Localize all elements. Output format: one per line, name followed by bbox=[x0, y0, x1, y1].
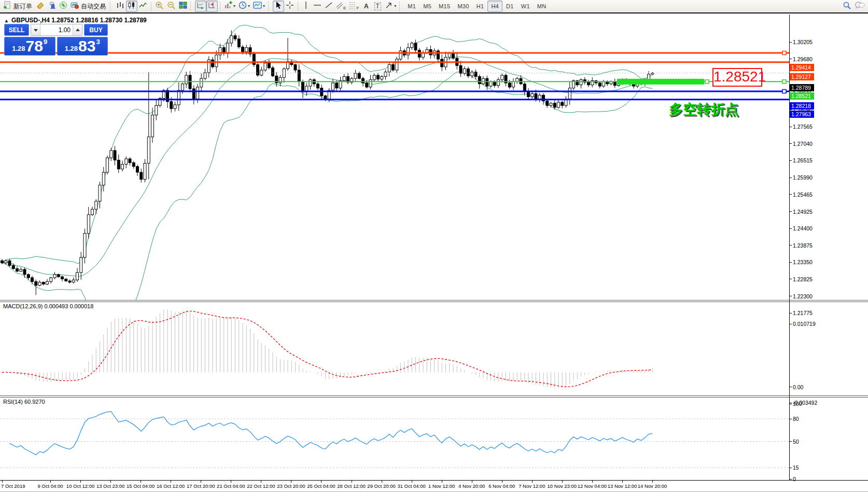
channel-sub-label: E bbox=[343, 6, 346, 10]
trendline-icon bbox=[325, 1, 333, 11]
macd-panel-surface[interactable] bbox=[0, 302, 789, 395]
price-tick-mark bbox=[789, 194, 792, 195]
chart-window: ▲GBPUSD-,H4 1.28752 1.28816 1.28730 1.28… bbox=[0, 15, 868, 492]
bollinger-bands bbox=[2, 25, 652, 300]
buy-button[interactable]: BUY bbox=[84, 24, 108, 36]
line-handle[interactable] bbox=[705, 80, 709, 84]
price-tag: 1.28789 bbox=[790, 84, 814, 91]
timeframe-w1-button[interactable]: W1 bbox=[517, 1, 534, 12]
timeframe-m15-button[interactable]: M15 bbox=[435, 1, 454, 12]
fibonacci-button[interactable]: F bbox=[347, 1, 360, 12]
line-chart-button[interactable] bbox=[137, 1, 149, 12]
chinese-annotation-text[interactable]: 多空转折点 bbox=[669, 100, 739, 119]
cursor-button[interactable] bbox=[273, 1, 284, 12]
time-axis-label: 14 Nov 20:00 bbox=[638, 483, 667, 489]
rsi-tick-mark bbox=[789, 419, 792, 419]
channel-icon bbox=[336, 1, 343, 11]
volume-increase-button[interactable] bbox=[73, 24, 82, 35]
horizontal-line-button[interactable] bbox=[312, 1, 323, 12]
price-tick-label: 1.26515 bbox=[793, 157, 813, 163]
price-tag: 1.29414 bbox=[790, 64, 814, 71]
chart-title-text: GBPUSD-,H4 1.28752 1.28816 1.28730 1.287… bbox=[11, 17, 147, 24]
chart-shift-button[interactable] bbox=[206, 1, 218, 12]
price-annotation-box[interactable]: 1.28521 bbox=[712, 68, 762, 87]
time-tick-mark bbox=[321, 481, 321, 483]
time-tick-mark bbox=[291, 481, 291, 483]
profiles-button[interactable] bbox=[46, 1, 58, 12]
auto-scroll-button[interactable] bbox=[195, 1, 206, 12]
timeframe-m30-button[interactable]: M30 bbox=[454, 1, 472, 12]
signals-button[interactable] bbox=[58, 1, 69, 12]
toolbar-separator bbox=[220, 2, 220, 11]
new-order-button[interactable]: 新订单 bbox=[2, 1, 35, 12]
arrows-button[interactable]: ▾ bbox=[383, 1, 398, 12]
time-axis-label: 29 Oct 20:00 bbox=[367, 483, 395, 489]
collapse-arrow-icon[interactable]: ▲ bbox=[4, 18, 9, 23]
search-icon bbox=[843, 1, 851, 12]
macd-tick-label: 0.010719 bbox=[793, 321, 816, 327]
rsi-tick-label: 80 bbox=[793, 416, 799, 422]
horizontal-lines[interactable] bbox=[0, 51, 789, 100]
time-tick-mark bbox=[472, 481, 472, 483]
highlight-bar[interactable] bbox=[617, 79, 704, 85]
toolbar-grip bbox=[190, 2, 193, 11]
zoom-out-button[interactable] bbox=[165, 1, 177, 12]
price-tick-mark bbox=[789, 177, 792, 178]
text-label-button[interactable]: T bbox=[372, 1, 383, 12]
text-button[interactable]: A bbox=[360, 1, 372, 12]
search-button[interactable] bbox=[841, 1, 853, 12]
templates-button[interactable]: ▾ bbox=[251, 1, 267, 12]
zoom-in-button[interactable] bbox=[153, 1, 165, 12]
time-axis-label: 7 Oct 2019 bbox=[1, 483, 25, 489]
price-tag: 1.27963 bbox=[790, 111, 814, 118]
auto-scroll-icon bbox=[197, 1, 205, 11]
price-tick-label: 1.21775 bbox=[793, 310, 813, 316]
rsi-tick-label: 0 bbox=[793, 476, 796, 482]
price-tick-label: 1.23350 bbox=[793, 259, 813, 265]
price-tick-label: 1.27565 bbox=[793, 124, 813, 130]
equidistant-channel-button[interactable]: E bbox=[334, 1, 347, 12]
volume-decrease-button[interactable] bbox=[31, 24, 40, 35]
time-axis-label: 1 Nov 12:00 bbox=[428, 483, 455, 489]
sell-price-big: 78 bbox=[26, 38, 43, 54]
candlestick-chart-button[interactable] bbox=[126, 1, 137, 12]
time-axis[interactable]: 7 Oct 20199 Oct 04:0010 Oct 12:0013 Oct … bbox=[0, 481, 789, 492]
tile-windows-button[interactable] bbox=[177, 1, 189, 12]
text-label-tool-label: T bbox=[374, 2, 381, 10]
one-click-trading-panel: SELL 1.00 BUY 1.28 78 9 1.28 83 3 bbox=[4, 24, 108, 56]
price-tick-mark bbox=[789, 59, 792, 59]
indicators-button[interactable]: ▾ bbox=[222, 1, 237, 12]
timeframe-h4-button[interactable]: H4 bbox=[487, 1, 502, 12]
bar-chart-button[interactable] bbox=[115, 1, 126, 12]
volume-input[interactable]: 1.00 bbox=[40, 24, 73, 35]
timeframe-mn-button[interactable]: MN bbox=[534, 1, 550, 12]
trendline-button[interactable] bbox=[323, 1, 334, 12]
new-order-icon bbox=[3, 1, 11, 11]
sell-price-display[interactable]: 1.28 78 9 bbox=[4, 37, 55, 56]
timeframe-m1-button[interactable]: M1 bbox=[404, 1, 419, 12]
price-tag: 1.28218 bbox=[790, 102, 814, 110]
buy-price-display[interactable]: 1.28 83 3 bbox=[57, 37, 108, 56]
main-chart-surface[interactable] bbox=[0, 15, 789, 300]
periods-button[interactable]: ▾ bbox=[237, 1, 251, 12]
crosshair-button[interactable] bbox=[284, 1, 296, 12]
time-tick-mark bbox=[171, 481, 171, 483]
time-axis-label: 23 Oct 20:00 bbox=[277, 483, 305, 489]
time-axis-label: 10 Nov 23:00 bbox=[548, 483, 577, 489]
timeframe-m5-button[interactable]: M5 bbox=[419, 1, 435, 12]
styles-button[interactable] bbox=[35, 1, 46, 12]
crosshair-icon bbox=[286, 1, 294, 11]
time-axis-label: 10 Oct 12:00 bbox=[66, 483, 94, 489]
fibo-sub-label: F bbox=[356, 6, 359, 10]
buy-price-big: 83 bbox=[78, 38, 95, 54]
sell-button[interactable]: SELL bbox=[4, 24, 29, 36]
auto-trading-button[interactable]: 自动交易 bbox=[69, 1, 108, 12]
chat-button[interactable] bbox=[853, 1, 866, 12]
time-tick-mark bbox=[50, 481, 51, 483]
chart-shift-icon bbox=[208, 1, 216, 11]
timeframe-h1-button[interactable]: H1 bbox=[473, 1, 488, 12]
timeframe-d1-button[interactable]: D1 bbox=[502, 1, 517, 12]
rsi-panel-surface[interactable] bbox=[0, 398, 789, 480]
vertical-line-button[interactable] bbox=[300, 1, 312, 12]
price-tag: 1.28521 bbox=[790, 92, 814, 100]
